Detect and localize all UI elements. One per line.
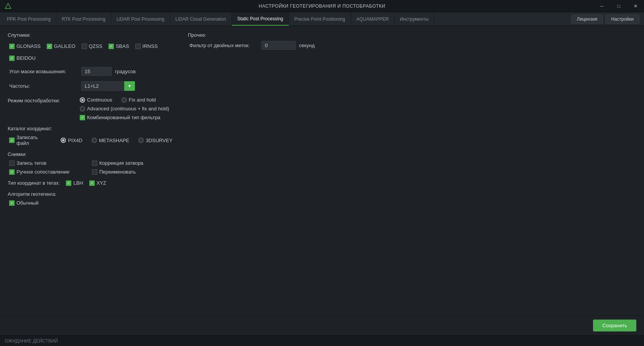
- checkbox-xyz-label: XYZ: [97, 180, 106, 186]
- radio-continuous-label: Continuous: [87, 97, 112, 103]
- checkbox-shutter-correction-box: [92, 161, 97, 166]
- save-button[interactable]: Сохранить: [593, 320, 636, 331]
- checkbox-xyz[interactable]: XYZ: [89, 180, 106, 186]
- checkbox-lbh-label: LBH: [73, 180, 83, 186]
- radio-metashape[interactable]: METASHAPE: [92, 138, 129, 143]
- double-mark-filter-input[interactable]: [261, 41, 296, 50]
- checkbox-shutter-correction[interactable]: Коррекция затвора: [92, 160, 169, 166]
- tab-lidar-cloud[interactable]: LiDAR Cloud Generation: [170, 12, 232, 26]
- checkbox-write-file-label: Записать файл: [16, 134, 51, 146]
- license-button[interactable]: Лицензия: [571, 15, 603, 24]
- checkbox-combined-filter-label: Комбинированный тип фильтра: [87, 115, 160, 120]
- checkbox-normal-algo-label: Обычный: [16, 200, 38, 206]
- frequency-label: Частоты:: [9, 83, 78, 89]
- maximize-button[interactable]: □: [610, 0, 627, 12]
- tab-ppk[interactable]: PPK Post Processing: [2, 12, 56, 26]
- settings-button[interactable]: Настройки: [605, 15, 639, 24]
- save-area: Сохранить: [0, 315, 644, 335]
- elevation-mask-label: Угол маски возвышения:: [9, 69, 78, 74]
- checkbox-manual-match-label: Ручное сопоставление: [16, 169, 69, 175]
- images-label: Снимки:: [8, 151, 26, 157]
- status-bar: ОЖИДАНИЕ ДЕЙСТВИЙ: [0, 335, 644, 346]
- radio-advanced-circle: [80, 106, 85, 112]
- double-mark-filter-unit: секунд: [299, 43, 315, 48]
- window-title: НАСТРОЙКИ ГЕОТЕГИРОВАНИЯ И ПОСТОБРАБОТКИ: [259, 3, 385, 9]
- checkbox-xyz-box: [89, 180, 95, 186]
- main-content: Спутники: GLONASS GALILEO QZSS SBAS: [0, 26, 644, 315]
- tab-ppp[interactable]: Precise Point Positioning: [289, 12, 351, 26]
- checkbox-write-file[interactable]: Записать файл: [9, 134, 51, 146]
- checkbox-qzss-label: QZSS: [89, 43, 102, 49]
- checkbox-rename[interactable]: Переименовать: [92, 169, 169, 175]
- frequency-select-wrapper: L1 L2 L1+L2 L5: [81, 81, 135, 91]
- coord-type-label: Тип координат в тегах:: [8, 180, 60, 186]
- satellites-label: Спутники:: [8, 32, 31, 38]
- radio-3dsurvey[interactable]: 3DSURVEY: [138, 138, 172, 143]
- tab-bar: PPK Post Processing RTK Post Processing …: [0, 12, 644, 26]
- checkbox-beidou-label: BEIDOU: [16, 55, 36, 61]
- checkbox-irnss[interactable]: IRNSS: [135, 43, 158, 49]
- checkbox-qzss-box: [82, 44, 87, 49]
- status-text: ОЖИДАНИЕ ДЕЙСТВИЙ: [5, 338, 58, 344]
- checkbox-irnss-label: IRNSS: [143, 43, 158, 49]
- checkbox-rename-box: [92, 169, 97, 175]
- post-processing-mode-label: Режим постобработки:: [8, 97, 77, 103]
- geotag-algo-label: Алгоритм геотегинга:: [8, 191, 56, 197]
- checkbox-sbas-box: [108, 44, 114, 49]
- checkbox-normal-algo-box: [9, 200, 15, 206]
- checkbox-glonass-label: GLONASS: [16, 43, 41, 49]
- double-mark-filter-label: Фильтр от двойных меток:: [189, 43, 258, 48]
- tab-aqua[interactable]: AQUAMAPPER: [351, 12, 395, 26]
- radio-fix-hold-label: Fix and hold: [129, 97, 156, 103]
- checkbox-write-tags-box: [9, 161, 15, 166]
- checkbox-lbh[interactable]: LBH: [66, 180, 83, 186]
- radio-advanced[interactable]: Advanced (continuous + fix and hold): [80, 106, 169, 112]
- checkbox-manual-match[interactable]: Ручное сопоставление: [9, 169, 86, 175]
- checkbox-galileo-label: GALILEO: [54, 43, 76, 49]
- checkbox-rename-label: Переименовать: [99, 169, 136, 175]
- checkbox-sbas[interactable]: SBAS: [108, 43, 129, 49]
- checkbox-beidou[interactable]: BEIDOU: [9, 55, 36, 61]
- checkbox-shutter-correction-label: Коррекция затвора: [99, 160, 143, 166]
- tab-rtk[interactable]: RTK Post Processing: [56, 12, 111, 26]
- radio-advanced-label: Advanced (continuous + fix and hold): [87, 106, 169, 112]
- checkbox-beidou-box: [9, 56, 15, 61]
- close-button[interactable]: ✕: [627, 0, 644, 12]
- radio-pix4d-circle: [61, 138, 66, 143]
- radio-3dsurvey-label: 3DSURVEY: [146, 138, 172, 143]
- checkbox-combined-filter-box: [80, 115, 85, 120]
- other-label: Прочее:: [188, 32, 206, 38]
- radio-metashape-circle: [92, 138, 97, 143]
- app-logo: [4, 2, 13, 11]
- checkbox-irnss-box: [135, 44, 141, 49]
- checkbox-lbh-box: [66, 180, 71, 186]
- coord-catalog-label: Каталог координат:: [8, 126, 53, 131]
- radio-3dsurvey-circle: [138, 138, 144, 143]
- checkbox-manual-match-box: [9, 169, 15, 175]
- checkbox-write-file-box: [9, 138, 15, 143]
- radio-fix-hold[interactable]: Fix and hold: [122, 97, 156, 103]
- checkbox-write-tags[interactable]: Запись тегов: [9, 160, 86, 166]
- checkbox-galileo[interactable]: GALILEO: [47, 43, 76, 49]
- radio-continuous[interactable]: Continuous: [80, 97, 112, 103]
- elevation-mask-input[interactable]: [81, 67, 112, 76]
- tab-lidar[interactable]: LiDAR Post Processing: [111, 12, 170, 26]
- frequency-select[interactable]: L1 L2 L1+L2 L5: [81, 81, 135, 91]
- tab-tools[interactable]: Инструменты: [394, 12, 434, 26]
- checkbox-glonass-box: [9, 44, 15, 49]
- radio-continuous-circle: [80, 97, 85, 103]
- title-bar: НАСТРОЙКИ ГЕОТЕГИРОВАНИЯ И ПОСТОБРАБОТКИ…: [0, 0, 644, 12]
- radio-pix4d[interactable]: PIX4D: [61, 138, 82, 143]
- checkbox-write-tags-label: Запись тегов: [16, 160, 46, 166]
- checkbox-qzss[interactable]: QZSS: [82, 43, 102, 49]
- minimize-button[interactable]: ─: [593, 0, 610, 12]
- checkbox-galileo-box: [47, 44, 52, 49]
- elevation-mask-unit: градусов: [115, 69, 136, 74]
- window-controls: ─ □ ✕: [593, 0, 644, 12]
- radio-fix-hold-circle: [122, 97, 127, 103]
- checkbox-combined-filter[interactable]: Комбинированный тип фильтра: [80, 115, 169, 120]
- tab-static[interactable]: Static Post Processing: [232, 12, 289, 26]
- checkbox-normal-algo[interactable]: Обычный: [9, 200, 172, 206]
- checkbox-glonass[interactable]: GLONASS: [9, 43, 41, 49]
- checkbox-sbas-label: SBAS: [116, 43, 129, 49]
